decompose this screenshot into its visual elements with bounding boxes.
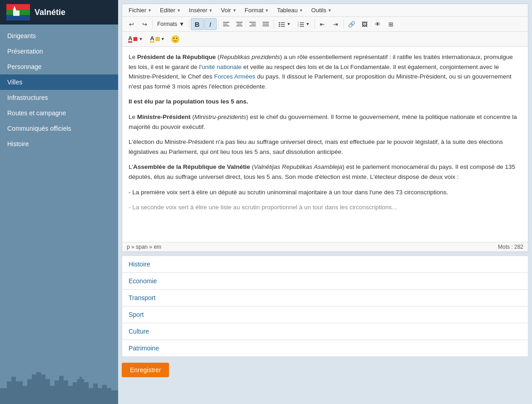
- link-unite[interactable]: unité nationale: [202, 64, 242, 70]
- align-justify-button[interactable]: [259, 18, 272, 30]
- register-area: Enregistrer: [118, 356, 532, 384]
- sidebar-header: Valnétie: [0, 0, 118, 25]
- editor-word-count: Mots : 282: [498, 244, 523, 250]
- section-economie[interactable]: Economie: [122, 272, 528, 290]
- toolbar-sep-4: [273, 20, 274, 29]
- bg-color-button[interactable]: A ▼: [147, 33, 168, 45]
- toolbar-row2: A ▼ A ▼ 🙂: [122, 32, 528, 47]
- menu-bar: Fichier ▼ Editer ▼ Insérer ▼ Voir ▼ Form…: [122, 4, 528, 17]
- outdent-button[interactable]: ⇤: [316, 18, 329, 30]
- text-italic-latvian-3: Valnētijas Republikas Asambleja: [254, 163, 343, 170]
- section-transport[interactable]: Transport: [122, 289, 528, 306]
- ol-arrow-icon: ▼: [306, 22, 310, 26]
- editor-path: p » span » em: [127, 244, 161, 250]
- editor-paragraph-4: L'élection du Ministre-Président n'a pas…: [129, 137, 522, 157]
- sidebar-nav: Dirigeants Présentation Personnage Ville…: [0, 25, 118, 404]
- svg-point-22: [278, 24, 280, 25]
- editor-paragraph-2: Il est élu par la population tous les 5 …: [129, 97, 522, 107]
- table-button[interactable]: ⊞: [385, 18, 398, 30]
- format-arrow-icon: ▼: [265, 8, 269, 13]
- menu-inserer[interactable]: Insérer ▼: [185, 5, 216, 15]
- text-color-swatch: [133, 37, 138, 41]
- sidebar-item-villes[interactable]: Villes: [0, 74, 118, 90]
- formats-arrow-icon: ▼: [179, 21, 184, 27]
- menu-voir[interactable]: Voir ▼: [217, 5, 240, 15]
- section-culture[interactable]: Culture: [122, 323, 528, 340]
- editer-arrow-icon: ▼: [177, 8, 181, 13]
- preview-button[interactable]: 👁: [372, 18, 384, 30]
- sidebar-title: Valnétie: [35, 8, 65, 17]
- svg-rect-5: [13, 10, 20, 16]
- undo-button[interactable]: ↩: [125, 18, 138, 30]
- toolbar-sep-5: [314, 20, 315, 29]
- sidebar-item-routes[interactable]: Routes et campagne: [0, 105, 118, 121]
- link-forces-armees[interactable]: Forces Armées: [214, 73, 255, 80]
- toolbar-sep-6: [343, 20, 344, 29]
- register-button[interactable]: Enregistrer: [122, 363, 169, 377]
- align-left-button[interactable]: [220, 18, 233, 30]
- text-color-icon: A: [128, 35, 132, 43]
- sidebar-item-histoire[interactable]: Histoire: [0, 136, 118, 152]
- text-bold-president: Président de la République: [137, 54, 216, 60]
- sidebar-cityscape: [0, 363, 118, 404]
- image-button[interactable]: 🖼: [358, 18, 371, 30]
- sidebar-item-infrastructures[interactable]: Infrastructures: [0, 90, 118, 105]
- toolbar-sep-1: [152, 20, 153, 29]
- ordered-list-button[interactable]: 1.2.3. ▼: [294, 18, 313, 30]
- link-button[interactable]: 🔗: [345, 18, 358, 30]
- menu-outils[interactable]: Outils ▼: [308, 5, 335, 15]
- bold-button[interactable]: B: [191, 18, 204, 30]
- main-content: Fichier ▼ Editer ▼ Insérer ▼ Voir ▼ Form…: [118, 0, 532, 404]
- voir-arrow-icon: ▼: [233, 8, 237, 13]
- unordered-list-button[interactable]: ▼: [275, 18, 294, 30]
- text-bold-ministre: Ministre-Président: [137, 113, 191, 120]
- svg-point-24: [278, 26, 280, 27]
- toolbar-sep-2: [189, 20, 189, 29]
- bg-color-arrow-icon: ▼: [161, 37, 165, 41]
- section-links: Histoire Economie Transport Sport Cultur…: [122, 256, 528, 356]
- text-italic-latvian-1: Republikas prezidents: [219, 54, 280, 60]
- indent-button[interactable]: ⇥: [329, 18, 342, 30]
- editor-paragraph-1: Le Président de la République (Republika…: [129, 52, 522, 91]
- editor-status-bar: p » span » em Mots : 282: [122, 242, 528, 251]
- emoji-button[interactable]: 🙂: [169, 33, 182, 45]
- svg-point-20: [278, 22, 280, 24]
- text-italic-latvian-2: Ministru-prezidents: [194, 113, 246, 120]
- ul-arrow-icon: ▼: [287, 22, 291, 26]
- tableau-arrow-icon: ▼: [299, 8, 303, 13]
- sidebar-item-dirigeants[interactable]: Dirigeants: [0, 28, 118, 44]
- section-patrimoine[interactable]: Patrimoine: [122, 340, 528, 357]
- outils-arrow-icon: ▼: [328, 8, 332, 13]
- editor-paragraph-3: Le Ministre-Président (Ministru-preziden…: [129, 112, 522, 132]
- editor-container: Fichier ▼ Editer ▼ Insérer ▼ Voir ▼ Form…: [122, 4, 528, 252]
- text-color-arrow-icon: ▼: [139, 37, 143, 41]
- sidebar-item-presentation[interactable]: Présentation: [0, 44, 118, 59]
- bg-color-swatch: [155, 37, 160, 41]
- inserer-arrow-icon: ▼: [209, 8, 213, 13]
- section-histoire[interactable]: Histoire: [122, 256, 528, 273]
- align-right-button[interactable]: [246, 18, 259, 30]
- text-bold-election: Il est élu par la population tous les 5 …: [129, 98, 248, 105]
- text-color-button[interactable]: A ▼: [125, 33, 146, 45]
- menu-editer[interactable]: Editer ▼: [156, 5, 184, 15]
- editor-body[interactable]: Le Président de la République (Republika…: [122, 47, 528, 242]
- sidebar-item-personnage[interactable]: Personnage: [0, 59, 118, 74]
- align-center-button[interactable]: [233, 18, 246, 30]
- sidebar-item-communiques[interactable]: Communiqués officiels: [0, 121, 118, 136]
- redo-button[interactable]: ↪: [138, 18, 151, 30]
- toolbar-row1: ↩ ↪ Formats ▼ B I: [122, 17, 528, 32]
- toolbar-sep-3: [218, 20, 219, 29]
- editor-paragraph-5: L'Assemblée de la République de Valnétie…: [129, 162, 522, 182]
- svg-text:3.: 3.: [298, 25, 299, 27]
- bg-color-icon: A: [150, 35, 154, 43]
- section-sport[interactable]: Sport: [122, 306, 528, 323]
- menu-fichier[interactable]: Fichier ▼: [125, 5, 155, 15]
- editor-paragraph-7: - La seconde voix sert à élire une liste…: [129, 202, 522, 212]
- menu-format[interactable]: Format ▼: [241, 5, 273, 15]
- formats-dropdown[interactable]: Formats ▼: [154, 18, 188, 30]
- menu-tableau[interactable]: Tableau ▼: [273, 5, 307, 15]
- text-bold-assemblee: Assemblée de la République de Valnétie: [133, 163, 250, 170]
- italic-button[interactable]: I: [204, 18, 217, 30]
- svg-rect-1: [6, 4, 30, 10]
- editor-paragraph-6: - La première voix sert à élire un déput…: [129, 187, 522, 197]
